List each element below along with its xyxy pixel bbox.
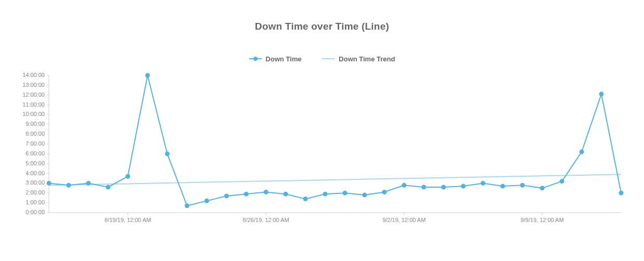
chart-card: Down Time over Time (Line) Down Time Dow… [0, 0, 644, 261]
legend-item-downtime[interactable]: Down Time [249, 55, 302, 63]
data-point[interactable] [205, 199, 209, 202]
trend-line [49, 174, 621, 185]
data-point[interactable] [343, 191, 346, 194]
x-tick-label: 8/26/19, 12:00 AM [243, 217, 289, 223]
data-point[interactable] [481, 181, 485, 185]
data-point[interactable] [146, 73, 149, 77]
y-tick-label: 9:00:00 [25, 121, 45, 127]
data-point[interactable] [442, 185, 445, 189]
chart-legend: Down Time Down Time Trend [18, 53, 626, 63]
data-point[interactable] [324, 192, 327, 195]
data-point[interactable] [402, 183, 406, 187]
data-point[interactable] [600, 92, 603, 96]
y-tick-label: 6:00:00 [25, 150, 45, 156]
data-point[interactable] [620, 191, 623, 194]
data-point[interactable] [560, 179, 564, 183]
data-point[interactable] [501, 184, 505, 188]
data-point[interactable] [47, 181, 51, 185]
data-point[interactable] [363, 193, 366, 197]
data-point[interactable] [86, 181, 90, 185]
data-point[interactable] [67, 183, 70, 187]
data-point[interactable] [264, 190, 268, 193]
data-point[interactable] [244, 192, 248, 195]
y-tick-label: 11:00:00 [22, 101, 45, 107]
x-tick-label: 9/2/19, 12:00 AM [382, 217, 426, 223]
data-point[interactable] [126, 174, 130, 178]
y-tick-label: 3:00:00 [25, 179, 45, 186]
y-tick-label: 1:00:00 [25, 199, 45, 205]
downtime-line [49, 75, 621, 206]
data-point[interactable] [521, 183, 524, 187]
y-tick-label: 4:00:00 [25, 169, 45, 176]
y-tick-label: 14:00:00 [22, 72, 45, 78]
data-point[interactable] [185, 204, 189, 207]
data-point[interactable] [225, 194, 228, 198]
data-point[interactable] [165, 152, 169, 155]
chart-title: Down Time over Time (Line) [18, 21, 626, 32]
legend-swatch-line-icon [322, 58, 334, 59]
y-tick-label: 10:00:00 [22, 111, 45, 117]
legend-swatch-line-icon [249, 58, 262, 59]
data-point[interactable] [106, 185, 110, 189]
data-point[interactable] [284, 192, 288, 195]
data-point[interactable] [422, 185, 426, 189]
y-tick-label: 2:00:00 [25, 189, 45, 195]
data-point[interactable] [382, 190, 386, 193]
x-tick-label: 8/19/19, 12:00 AM [105, 217, 151, 223]
y-tick-label: 8:00:00 [25, 130, 45, 137]
y-tick-label: 12:00:00 [22, 91, 45, 97]
legend-item-trend[interactable]: Down Time Trend [322, 55, 395, 63]
legend-label-trend: Down Time Trend [339, 55, 395, 63]
data-point[interactable] [580, 150, 584, 153]
y-tick-label: 13:00:00 [22, 81, 45, 87]
x-tick-label: 9/9/19, 12:00 AM [521, 217, 564, 223]
data-point[interactable] [540, 186, 544, 190]
y-tick-label: 5:00:00 [25, 160, 45, 166]
y-tick-label: 0:00:00 [25, 209, 45, 215]
chart-svg: 0:00:001:00:002:00:003:00:004:00:005:00:… [18, 72, 626, 228]
data-point[interactable] [304, 197, 307, 201]
y-tick-label: 7:00:00 [25, 140, 45, 147]
data-point[interactable] [461, 184, 465, 188]
legend-label-downtime: Down Time [266, 55, 302, 63]
chart-plot-area: 0:00:001:00:002:00:003:00:004:00:005:00:… [18, 72, 626, 228]
